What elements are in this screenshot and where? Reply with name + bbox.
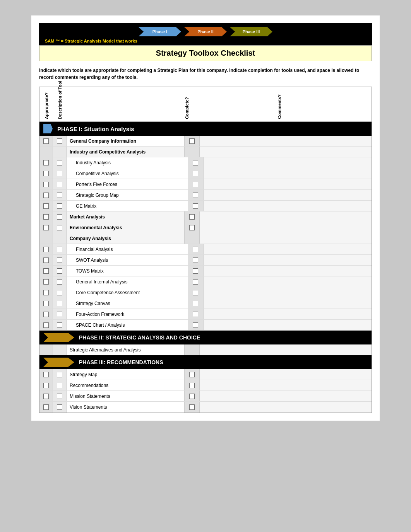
ms-checkbox2[interactable] bbox=[57, 394, 62, 399]
ca-check2[interactable] bbox=[53, 168, 67, 179]
spc-check1[interactable] bbox=[39, 320, 53, 330]
fa-complete[interactable] bbox=[188, 244, 203, 254]
rec-complete[interactable] bbox=[184, 380, 200, 390]
fa-complete-cb[interactable] bbox=[193, 247, 198, 252]
gc-check1[interactable] bbox=[39, 136, 53, 146]
vs-checkbox1[interactable] bbox=[43, 404, 49, 410]
gi-checkbox2[interactable] bbox=[57, 279, 62, 285]
sm-complete-cb[interactable] bbox=[189, 372, 195, 377]
rec-checkbox2[interactable] bbox=[57, 383, 62, 388]
ca-complete-cb[interactable] bbox=[193, 171, 198, 176]
cc-complete-cb[interactable] bbox=[193, 290, 198, 295]
tows-checkbox1[interactable] bbox=[43, 268, 49, 274]
sm-check2[interactable] bbox=[53, 369, 67, 380]
fa-checkbox1[interactable] bbox=[43, 247, 49, 252]
cc-check1[interactable] bbox=[39, 287, 53, 298]
gi-checkbox1[interactable] bbox=[43, 279, 49, 285]
ia-checkbox2[interactable] bbox=[57, 160, 62, 165]
sg-checkbox1[interactable] bbox=[43, 193, 49, 198]
ma-complete-cb[interactable] bbox=[189, 214, 195, 220]
sg-check2[interactable] bbox=[53, 190, 67, 200]
sg-complete-cb[interactable] bbox=[193, 193, 198, 198]
faf-complete[interactable] bbox=[188, 309, 203, 319]
ma-complete[interactable] bbox=[184, 211, 200, 222]
pff-complete[interactable] bbox=[188, 179, 203, 189]
spc-complete-cb[interactable] bbox=[193, 322, 198, 328]
ms-check2[interactable] bbox=[53, 391, 67, 401]
swot-complete-cb[interactable] bbox=[193, 257, 198, 263]
sg-complete[interactable] bbox=[188, 190, 203, 200]
vs-complete[interactable] bbox=[184, 402, 200, 413]
ma-check2[interactable] bbox=[53, 211, 67, 222]
tows-check2[interactable] bbox=[53, 266, 67, 276]
ia-check1[interactable] bbox=[39, 157, 53, 168]
tows-check1[interactable] bbox=[39, 266, 53, 276]
faf-checkbox2[interactable] bbox=[57, 312, 62, 317]
sc-check2[interactable] bbox=[53, 298, 67, 309]
swot-check1[interactable] bbox=[39, 255, 53, 265]
ms-checkbox1[interactable] bbox=[43, 394, 49, 399]
sc-check1[interactable] bbox=[39, 298, 53, 309]
ms-complete-cb[interactable] bbox=[189, 394, 195, 399]
sc-complete-cb[interactable] bbox=[193, 301, 198, 306]
pff-checkbox2[interactable] bbox=[57, 182, 62, 187]
vs-check1[interactable] bbox=[39, 402, 53, 413]
gi-complete-cb[interactable] bbox=[193, 279, 198, 285]
vs-checkbox2[interactable] bbox=[57, 404, 62, 410]
swot-checkbox1[interactable] bbox=[43, 257, 49, 263]
gc-checkbox2[interactable] bbox=[57, 138, 62, 144]
ms-complete[interactable] bbox=[184, 391, 200, 401]
vs-check2[interactable] bbox=[53, 402, 67, 413]
rec-complete-cb[interactable] bbox=[189, 383, 195, 388]
pff-complete-cb[interactable] bbox=[193, 182, 198, 187]
sm-complete[interactable] bbox=[184, 369, 200, 380]
ia-complete-cb[interactable] bbox=[193, 160, 198, 165]
ea-checkbox1[interactable] bbox=[43, 225, 49, 230]
swot-check2[interactable] bbox=[53, 255, 67, 265]
tows-checkbox2[interactable] bbox=[57, 268, 62, 274]
swot-complete[interactable] bbox=[188, 255, 203, 265]
sm-checkbox1[interactable] bbox=[43, 372, 49, 377]
gi-complete[interactable] bbox=[188, 276, 203, 287]
ia-check2[interactable] bbox=[53, 157, 67, 168]
gem-check1[interactable] bbox=[39, 201, 53, 211]
gc-check2[interactable] bbox=[53, 136, 67, 146]
spc-checkbox1[interactable] bbox=[43, 322, 49, 328]
pff-check1[interactable] bbox=[39, 179, 53, 189]
tows-complete[interactable] bbox=[188, 266, 203, 276]
sc-complete[interactable] bbox=[188, 298, 203, 309]
pff-checkbox1[interactable] bbox=[43, 182, 49, 187]
ma-checkbox1[interactable] bbox=[43, 214, 49, 220]
spc-check2[interactable] bbox=[53, 320, 67, 330]
gem-complete-cb[interactable] bbox=[193, 203, 198, 209]
ca-complete[interactable] bbox=[188, 168, 203, 179]
faf-checkbox1[interactable] bbox=[43, 312, 49, 317]
gc-checkbox1[interactable] bbox=[43, 138, 49, 144]
vs-complete-cb[interactable] bbox=[189, 404, 195, 410]
fa-check2[interactable] bbox=[53, 244, 67, 254]
cc-checkbox2[interactable] bbox=[57, 290, 62, 295]
tows-complete-cb[interactable] bbox=[193, 268, 198, 274]
sg-checkbox2[interactable] bbox=[57, 193, 62, 198]
swot-checkbox2[interactable] bbox=[57, 257, 62, 263]
sm-check1[interactable] bbox=[39, 369, 53, 380]
fa-checkbox2[interactable] bbox=[57, 247, 62, 252]
gi-check2[interactable] bbox=[53, 276, 67, 287]
sm-checkbox2[interactable] bbox=[57, 372, 62, 377]
ea-checkbox2[interactable] bbox=[57, 225, 62, 230]
gem-complete[interactable] bbox=[188, 201, 203, 211]
gem-checkbox2[interactable] bbox=[57, 203, 62, 209]
gc-complete[interactable] bbox=[184, 136, 200, 146]
ma-checkbox2[interactable] bbox=[57, 214, 62, 220]
spc-complete[interactable] bbox=[188, 320, 203, 330]
gc-complete-cb[interactable] bbox=[189, 138, 195, 144]
cc-checkbox1[interactable] bbox=[43, 290, 49, 295]
faf-check2[interactable] bbox=[53, 309, 67, 319]
ea-complete-cb[interactable] bbox=[189, 225, 195, 230]
fa-check1[interactable] bbox=[39, 244, 53, 254]
ea-check1[interactable] bbox=[39, 222, 53, 233]
ca-checkbox2[interactable] bbox=[57, 171, 62, 176]
ea-complete[interactable] bbox=[184, 222, 200, 233]
ia-complete[interactable] bbox=[188, 157, 203, 168]
gem-checkbox1[interactable] bbox=[43, 203, 49, 209]
